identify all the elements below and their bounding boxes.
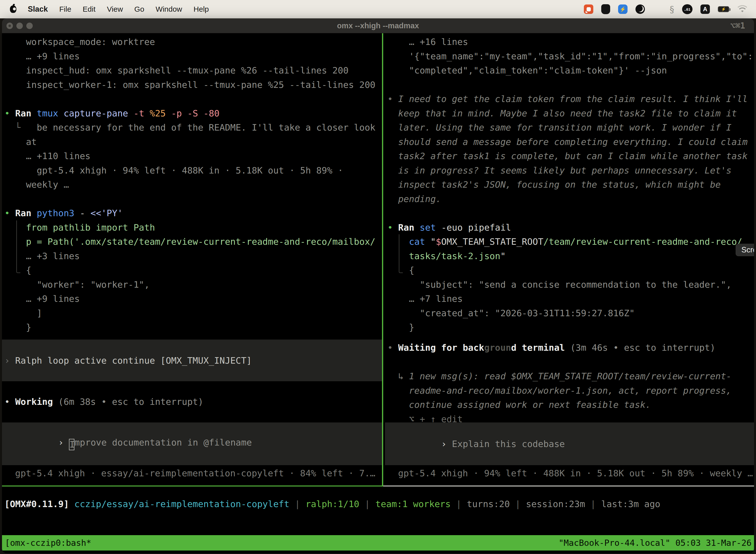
terminal-line: task2 after task1 is complete, but can I… bbox=[385, 149, 754, 163]
ralph-loop-banner: › Ralph loop active continue [OMX_TMUX_I… bbox=[2, 340, 382, 381]
terminal-line: pending. bbox=[385, 192, 754, 206]
menu-app-name[interactable]: Slack bbox=[28, 5, 48, 14]
keypad-shield-icon[interactable] bbox=[601, 4, 610, 14]
terminal-line: gpt-5.4 xhigh · 94% left · 488K in · 5.1… bbox=[2, 163, 382, 178]
count-badge-icon[interactable]: ..61 bbox=[682, 4, 693, 14]
terminal-line: { bbox=[385, 263, 754, 277]
tmux-status-bar: [omx-cczip0:bash* "MacBook-Pro-44.local"… bbox=[2, 535, 754, 551]
terminal-line bbox=[385, 355, 754, 369]
terminal-line: at bbox=[2, 135, 382, 149]
terminal-window: omx --xhigh --madmax ⌥⌘1 workspace_mode:… bbox=[2, 18, 754, 553]
terminal-line bbox=[385, 78, 754, 92]
terminal-line: … +3 lines bbox=[2, 249, 382, 263]
squiggle-icon[interactable]: § bbox=[670, 4, 674, 14]
terminal-line: continue assigned work or next feasible … bbox=[385, 398, 754, 412]
letter-a-icon[interactable]: A bbox=[700, 4, 710, 14]
terminal-line: … +9 lines bbox=[2, 49, 382, 63]
terminal-line: • Ran python3 - <<'PY' bbox=[2, 206, 382, 220]
pane-divider[interactable] bbox=[382, 33, 383, 486]
terminal-line: ↳ 1 new msg(s): read $OMX_TEAM_STATE_ROO… bbox=[385, 369, 754, 384]
terminal-line: tasks/task-2.json" bbox=[385, 249, 754, 263]
messenger-bolt-icon[interactable]: ⚡ bbox=[618, 4, 628, 14]
terminal-line: └ be necessary for the end of the README… bbox=[2, 120, 382, 135]
left-prompt-placeholder[interactable]: mprove documentation in @filename bbox=[74, 437, 252, 447]
left-pane-border bbox=[2, 486, 383, 487]
terminal-line: ] bbox=[2, 306, 382, 321]
output-gutter-line bbox=[399, 234, 403, 273]
terminal-line: } bbox=[2, 320, 382, 335]
waiting-section: • Waiting for background terminal (3m 46… bbox=[385, 340, 754, 426]
tmux-host-clock: "MacBook-Pro-44.local" 05:03 31-Mar-26 bbox=[559, 535, 752, 551]
screen-record-icon[interactable] bbox=[584, 4, 593, 14]
terminal-line: inspect_hud: omx sparkshell --tmux-pane … bbox=[2, 63, 382, 78]
terminal-line: is in progress? It seems likely but perh… bbox=[385, 163, 754, 178]
right-model-status: gpt-5.4 xhigh · 94% left · 488K in · 5.1… bbox=[385, 466, 754, 481]
terminal-line: workspace_mode: worktree bbox=[2, 35, 382, 49]
right-prompt-placeholder[interactable]: Explain this codebase bbox=[452, 439, 565, 449]
left-prompt-box[interactable]: › Improve documentation in @filename bbox=[2, 423, 382, 465]
ralph-loop-text: › Ralph loop active continue [OMX_TMUX_I… bbox=[2, 355, 252, 366]
grid-dots-icon[interactable] bbox=[653, 5, 662, 14]
terminal-line: { bbox=[2, 263, 382, 277]
terminal-line: "worker": "worker-1", bbox=[2, 277, 382, 292]
terminal-line: … +110 lines bbox=[2, 149, 382, 163]
prompt-chevron-icon: › bbox=[58, 437, 69, 447]
terminal-line: p = Path('.omx/state/team/review-current… bbox=[2, 234, 382, 249]
terminal-line: inspect task2's JSON, focusing on the st… bbox=[385, 177, 754, 192]
terminal-line: } bbox=[385, 320, 754, 335]
right-prompt-box[interactable]: › Explain this codebase bbox=[385, 423, 754, 465]
right-pane-border bbox=[383, 486, 754, 487]
menu-item-edit[interactable]: Edit bbox=[82, 5, 96, 13]
menu-item-window[interactable]: Window bbox=[156, 5, 182, 13]
terminal-line: from pathlib import Path bbox=[2, 220, 382, 235]
terminal-line: … +7 lines bbox=[385, 292, 754, 306]
text-cursor[interactable]: I bbox=[69, 439, 74, 450]
battery-icon[interactable]: ⚡ bbox=[718, 6, 729, 12]
output-gutter-line bbox=[16, 220, 20, 273]
menu-item-view[interactable]: View bbox=[107, 5, 123, 13]
terminal-line bbox=[2, 192, 382, 206]
working-status-row: • Working (6m 38s • esc to interrupt) bbox=[2, 395, 382, 409]
terminal-line: … +16 lines bbox=[385, 35, 754, 49]
menu-item-help[interactable]: Help bbox=[193, 5, 209, 13]
terminal-line: keep that in mind. Maybe I also need the… bbox=[385, 106, 754, 121]
terminal-line: should send a message before completing … bbox=[385, 135, 754, 149]
terminal-line: • Ran tmux capture-pane -t %25 -p -S -80 bbox=[2, 106, 382, 121]
pane-right: … +16 lines '{"team_name":"my-team","tas… bbox=[385, 33, 754, 486]
terminal-line: • I need to get the claim token from the… bbox=[385, 92, 754, 106]
apple-menu-icon[interactable] bbox=[10, 5, 16, 13]
terminal-line: inspect_worker-1: omx sparkshell --tmux-… bbox=[2, 78, 382, 92]
terminal-line: … +9 lines bbox=[2, 292, 382, 306]
pane-left: workspace_mode: worktree … +9 lines insp… bbox=[2, 33, 382, 486]
left-model-status: gpt-5.4 xhigh · essay/ai-reimplementatio… bbox=[2, 466, 382, 481]
window-title-bar: omx --xhigh --madmax ⌥⌘1 bbox=[2, 18, 754, 33]
menu-bar: Slack File Edit View Go Window Help ⚡ § … bbox=[0, 0, 756, 18]
prompt-chevron-icon: › bbox=[441, 439, 452, 449]
moon-crescent-icon[interactable] bbox=[635, 4, 645, 14]
omx-status-line: [OMX#0.11.9] cczip/essay/ai-reimplementa… bbox=[2, 497, 754, 511]
terminal-line: "completed","claim_token":"claim-token"}… bbox=[385, 63, 754, 78]
left-scrollback: workspace_mode: worktree … +9 lines insp… bbox=[2, 35, 382, 335]
terminal-line: "created_at": "2026-03-31T11:59:27.816Z" bbox=[385, 306, 754, 321]
terminal-line: • Waiting for background terminal (3m 46… bbox=[385, 340, 754, 355]
window-shortcut-badge: ⌥⌘1 bbox=[730, 18, 745, 33]
right-scrollback: … +16 lines '{"team_name":"my-team","tas… bbox=[385, 35, 754, 335]
terminal-line bbox=[2, 92, 382, 106]
terminal-area: workspace_mode: worktree … +9 lines insp… bbox=[2, 33, 754, 553]
terminal-line: • Ran set -euo pipefail bbox=[385, 220, 754, 235]
terminal-line: cat "$OMX_TEAM_STATE_ROOT/team/review-cu… bbox=[385, 234, 754, 249]
terminal-line bbox=[385, 206, 754, 220]
tmux-session-label: [omx-cczip0:bash* bbox=[5, 535, 91, 551]
terminal-line: readme-and-reco/mailbox/worker-1.json, a… bbox=[385, 384, 754, 398]
screenshot-tooltip: Scre bbox=[736, 244, 754, 256]
terminal-line: "subject": "send a concise recommendatio… bbox=[385, 277, 754, 292]
menu-item-go[interactable]: Go bbox=[134, 5, 144, 13]
wifi-icon[interactable] bbox=[737, 5, 748, 13]
terminal-line: weekly … bbox=[2, 177, 382, 192]
window-title: omx --xhigh --madmax bbox=[2, 18, 754, 33]
terminal-line: '{"team_name":"my-team","task_id":"1","f… bbox=[385, 49, 754, 63]
terminal-line: later. Using the same for transition mig… bbox=[385, 120, 754, 135]
menu-item-file[interactable]: File bbox=[59, 5, 71, 13]
